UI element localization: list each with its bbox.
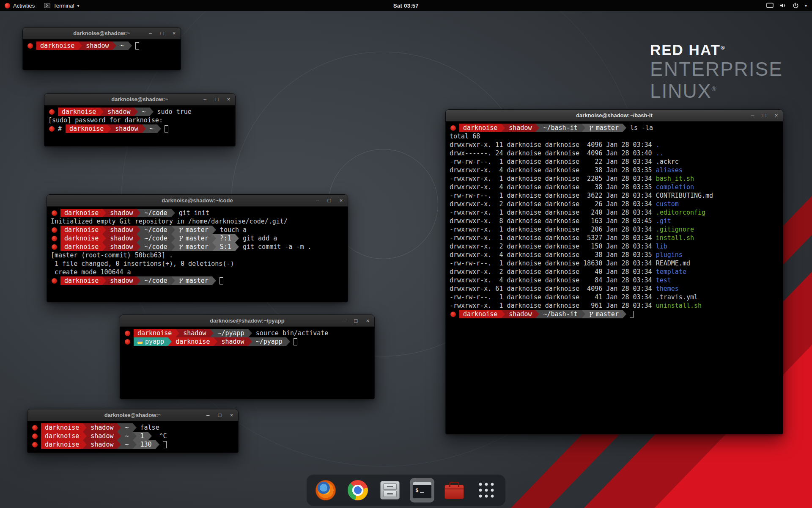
dock-item-terminal[interactable]: $ bbox=[410, 478, 434, 502]
terminal-line: darknoiseshadow~ bbox=[27, 41, 177, 50]
powerline-segment: ~/code bbox=[140, 226, 171, 234]
terminal-text: drwxrwxr-x. 4 darknoise darknoise 38 Jan… bbox=[450, 251, 656, 259]
close-button[interactable]: × bbox=[774, 113, 779, 118]
terminal-cursor bbox=[135, 42, 139, 50]
maximize-button[interactable]: □ bbox=[353, 318, 359, 323]
dock-item-files[interactable] bbox=[378, 478, 402, 502]
minimize-button[interactable]: – bbox=[750, 113, 755, 118]
powerline-segment: darknoise bbox=[60, 243, 102, 251]
terminal-window-pyapp: darknoise@shadow:~/pyapp–□×darknoiseshad… bbox=[120, 315, 375, 399]
git-branch-icon bbox=[179, 227, 184, 233]
powerline-arrow bbox=[171, 226, 175, 234]
powerline-segment: S:1 bbox=[216, 243, 235, 251]
maximize-button[interactable]: □ bbox=[762, 113, 767, 118]
terminal-window-home-2: darknoise@shadow:~–□×darknoiseshadow~ su… bbox=[44, 93, 236, 146]
terminal-window-code: darknoise@shadow:~/code–□×darknoiseshado… bbox=[47, 194, 348, 302]
redhat-prompt-icon bbox=[125, 331, 130, 336]
windows-layer: darknoise@shadow:~–□×darknoiseshadow~dar… bbox=[0, 0, 812, 508]
powerline-segment: shadow bbox=[106, 234, 137, 243]
redhat-prompt-icon bbox=[52, 227, 57, 233]
powerline-segment: master bbox=[175, 226, 212, 234]
close-button[interactable]: × bbox=[338, 198, 344, 203]
terminal-app-icon bbox=[44, 3, 50, 8]
window-titlebar[interactable]: darknoise@shadow:~–□× bbox=[27, 409, 238, 421]
close-button[interactable]: × bbox=[229, 412, 234, 418]
minimize-button[interactable]: – bbox=[205, 412, 211, 418]
system-status-area[interactable]: ▾ bbox=[766, 0, 812, 11]
window-titlebar[interactable]: darknoise@shadow:~/bash-it–□× bbox=[446, 110, 783, 121]
terminal-content[interactable]: darknoiseshadow~ bbox=[23, 39, 181, 70]
app-menu-terminal[interactable]: Terminal ▾ bbox=[39, 0, 84, 11]
terminal-text: # bbox=[58, 125, 66, 133]
window-titlebar[interactable]: darknoise@shadow:~–□× bbox=[23, 28, 181, 39]
terminal-line: -rw-rw-r--. 1 darknoise darknoise 22 Jan… bbox=[450, 157, 779, 166]
dock-item-chrome[interactable] bbox=[346, 478, 370, 502]
chevron-down-icon: ▾ bbox=[77, 3, 79, 8]
powerline-segment: darknoise bbox=[58, 108, 100, 116]
powerline-segment: ~/bash-it bbox=[539, 310, 581, 318]
close-button[interactable]: × bbox=[365, 318, 370, 323]
terminal-text: install.sh bbox=[656, 234, 694, 242]
dock-item-app-grid[interactable] bbox=[474, 478, 499, 502]
powerline-arrow bbox=[501, 310, 505, 318]
redhat-prompt-icon bbox=[32, 433, 38, 439]
activities-button[interactable]: Activities bbox=[0, 0, 39, 11]
powerline-arrow bbox=[142, 124, 146, 133]
minimize-button[interactable]: – bbox=[202, 97, 208, 102]
chrome-icon bbox=[348, 480, 368, 500]
minimize-button[interactable]: – bbox=[341, 318, 347, 323]
terminal-content[interactable]: darknoiseshadow~/bash-itmaster ls -latot… bbox=[446, 121, 783, 434]
window-titlebar[interactable]: darknoise@shadow:~–□× bbox=[44, 94, 235, 105]
powerline-arrow bbox=[623, 310, 626, 318]
maximize-button[interactable]: □ bbox=[326, 198, 332, 203]
terminal-text: -rwxrwxr-x. 1 darknoise darknoise 961 Ja… bbox=[450, 302, 656, 309]
redhat-prompt-icon bbox=[52, 210, 57, 216]
window-titlebar[interactable]: darknoise@shadow:~/code–□× bbox=[47, 195, 348, 207]
powerline-arrow bbox=[171, 276, 175, 285]
powerline-segment: ~/code bbox=[140, 234, 171, 243]
terminal-content[interactable]: darknoiseshadow~/code git initInitialize… bbox=[47, 207, 348, 302]
window-buttons: –□× bbox=[205, 409, 234, 421]
terminal-text: completion bbox=[656, 183, 694, 191]
terminal-text: create mode 100644 a bbox=[51, 268, 131, 276]
maximize-button[interactable]: □ bbox=[214, 97, 219, 102]
terminal-cursor bbox=[219, 277, 223, 284]
powerline-segment: ~ bbox=[121, 440, 132, 449]
powerline-arrow bbox=[137, 234, 140, 243]
terminal-content[interactable]: darknoiseshadow~ sudo true[sudo] passwor… bbox=[44, 105, 235, 146]
powerline-segment: shadow bbox=[106, 209, 137, 217]
clock[interactable]: Sat 03:57 bbox=[393, 3, 419, 9]
minimize-button[interactable]: – bbox=[148, 30, 153, 36]
maximize-button[interactable]: □ bbox=[217, 412, 222, 418]
terminal-text: -rw-rw-r--. 1 darknoise darknoise 18630 … bbox=[450, 260, 690, 267]
terminal-line: pyappdarknoiseshadow~/pyapp bbox=[124, 337, 370, 346]
terminal-text: -rw-rw-r--. 1 darknoise darknoise 3622 J… bbox=[450, 192, 713, 199]
redhat-prompt-icon bbox=[450, 125, 456, 131]
powerline-arrow bbox=[156, 440, 159, 449]
powerline-segment: shadow bbox=[106, 226, 137, 234]
powerline-segment: darknoise bbox=[41, 423, 83, 432]
close-button[interactable]: × bbox=[171, 30, 177, 36]
redhat-prompt-icon bbox=[49, 109, 55, 115]
window-title: darknoise@shadow:~/code bbox=[47, 195, 348, 206]
close-button[interactable]: × bbox=[226, 97, 231, 102]
terminal-content[interactable]: darknoiseshadow~/pyapp source bin/activa… bbox=[120, 327, 374, 399]
powerline-segment: master bbox=[175, 243, 212, 251]
terminal-line: -rwxrwxr-x. 1 darknoise darknoise 206 Ja… bbox=[450, 225, 779, 234]
powerline-segment: ~/pyapp bbox=[214, 329, 248, 337]
powerline-arrow bbox=[150, 108, 154, 116]
powerline-segment: darknoise bbox=[459, 124, 501, 132]
dock-item-toolbox[interactable] bbox=[442, 478, 466, 502]
maximize-button[interactable]: □ bbox=[159, 30, 165, 36]
powerline-segment: shadow bbox=[217, 337, 248, 346]
window-titlebar[interactable]: darknoise@shadow:~/pyapp–□× bbox=[120, 315, 374, 327]
dock-item-firefox[interactable] bbox=[313, 478, 338, 502]
minimize-button[interactable]: – bbox=[315, 198, 320, 203]
terminal-content[interactable]: darknoiseshadow~ falsedarknoiseshadow~1 … bbox=[27, 421, 238, 453]
terminal-window-bash-it: darknoise@shadow:~/bash-it–□×darknoisesh… bbox=[445, 109, 783, 434]
window-buttons: –□× bbox=[202, 94, 231, 105]
powerline-segment: shadow bbox=[179, 329, 210, 337]
powerline-arrow bbox=[78, 41, 82, 50]
terminal-text: -rwxrwxr-x. 1 darknoise darknoise 240 Ja… bbox=[450, 209, 656, 216]
top-bar: Activities Terminal ▾ Sat 03:57 ▾ bbox=[0, 0, 812, 11]
